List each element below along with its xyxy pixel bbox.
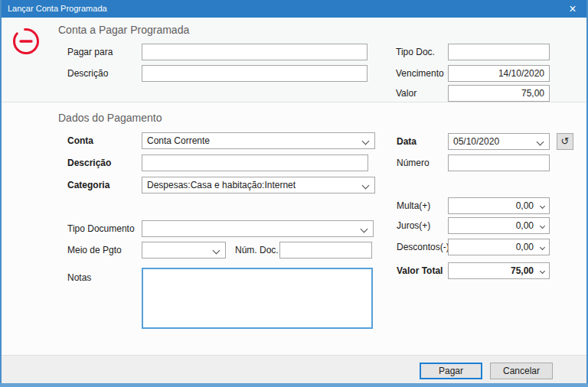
window-border-bottom: [0, 383, 588, 387]
pagar-button[interactable]: Pagar: [420, 363, 482, 379]
numero-input[interactable]: [448, 154, 550, 171]
window-title: Lançar Conta Programada: [8, 0, 107, 18]
section-heading-pagamento: Dados do Pagamento: [58, 112, 162, 124]
window-border-left: [0, 0, 2, 387]
numero-label: Número: [397, 154, 430, 171]
titlebar: Lançar Conta Programada ×: [0, 0, 588, 18]
chevron-down-icon: [537, 138, 544, 146]
meio-pgto-combobox[interactable]: [142, 242, 226, 259]
juros-label: Juros(+): [397, 217, 430, 234]
reset-date-button[interactable]: ↺: [557, 133, 573, 150]
data-combobox[interactable]: 05/10/2020: [448, 133, 550, 150]
chevron-down-icon: [540, 268, 545, 274]
valor-input[interactable]: [448, 85, 550, 102]
chevron-down-icon: [361, 226, 368, 233]
descontos-value: 0,00: [452, 239, 534, 255]
multa-combobox[interactable]: 0,00: [448, 197, 550, 214]
section-heading-programada: Conta a Pagar Programada: [58, 24, 189, 36]
minus-circle-icon: [11, 27, 41, 56]
num-doc-label: Núm. Doc.: [235, 242, 279, 259]
descricao-programada-input[interactable]: [142, 65, 368, 82]
close-icon[interactable]: ×: [560, 0, 585, 18]
cancelar-button[interactable]: Cancelar: [490, 363, 553, 379]
chevron-down-icon: [540, 245, 545, 250]
notas-textarea[interactable]: [142, 268, 373, 329]
data-label: Data: [397, 133, 416, 150]
tipo-documento-label: Tipo Documento: [67, 220, 135, 237]
conta-value: Conta Corrente: [147, 133, 358, 148]
juros-value: 0,00: [452, 218, 534, 233]
descricao-pagamento-input[interactable]: [142, 154, 368, 171]
conta-combobox[interactable]: Conta Corrente: [142, 132, 375, 149]
data-value: 05/10/2020: [453, 134, 532, 149]
descricao-programada-label: Descrição: [67, 65, 108, 82]
pagar-para-input[interactable]: [142, 44, 368, 60]
vencimento-label: Vencimento: [396, 65, 444, 82]
notas-label: Notas: [67, 269, 91, 286]
descontos-combobox[interactable]: 0,00: [448, 239, 550, 255]
valor-label: Valor: [396, 85, 416, 102]
valor-total-combobox[interactable]: 75,00: [448, 262, 550, 279]
meio-pgto-label: Meio de Pgto: [67, 242, 122, 259]
descricao-pagamento-label: Descrição: [67, 154, 111, 171]
chevron-down-icon: [540, 223, 545, 229]
tipo-documento-combobox[interactable]: [142, 220, 374, 237]
dialog-lancar-conta-programada: Lançar Conta Programada × Conta a Pagar …: [0, 0, 588, 387]
chevron-down-icon: [540, 203, 545, 209]
juros-combobox[interactable]: 0,00: [448, 217, 550, 234]
valor-total-value: 75,00: [452, 263, 534, 278]
categoria-combobox[interactable]: Despesas:Casa e habitação:Internet: [142, 177, 375, 194]
categoria-value: Despesas:Casa e habitação:Internet: [147, 177, 358, 193]
pagar-para-label: Pagar para: [67, 44, 113, 60]
conta-label: Conta: [67, 132, 93, 149]
categoria-label: Categoria: [67, 177, 109, 194]
multa-label: Multa(+): [397, 197, 430, 214]
chevron-down-icon: [362, 138, 370, 145]
chevron-down-icon: [213, 247, 220, 255]
undo-icon: ↺: [561, 135, 570, 147]
tipo-doc-input[interactable]: [448, 44, 550, 60]
chevron-down-icon: [362, 182, 370, 190]
num-doc-input[interactable]: [279, 242, 372, 259]
tipo-doc-label: Tipo Doc.: [396, 44, 435, 60]
vencimento-input[interactable]: [448, 65, 550, 82]
valor-total-label: Valor Total: [397, 262, 443, 279]
multa-value: 0,00: [452, 198, 534, 213]
descontos-label: Descontos(-): [397, 239, 449, 255]
